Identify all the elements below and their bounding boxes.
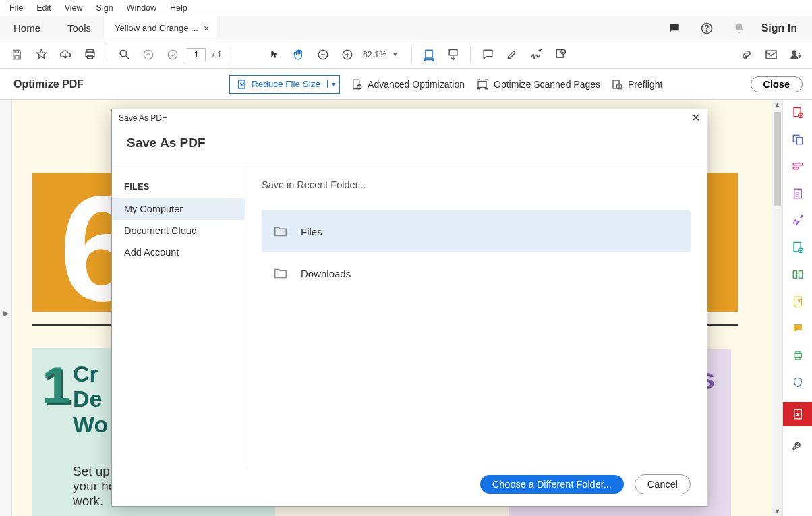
hand-icon[interactable] (289, 45, 309, 65)
folder-row-downloads[interactable]: Downloads (262, 252, 691, 294)
preflight-label: Preflight (628, 79, 662, 90)
rail-combine-icon[interactable] (790, 132, 805, 147)
svg-rect-36 (796, 351, 800, 353)
bell-icon[interactable] (729, 18, 749, 38)
preflight-button[interactable]: Preflight (611, 78, 662, 90)
doc-number-one: 1 (42, 355, 71, 416)
advanced-optimization-button[interactable]: Advanced Optimization (351, 78, 465, 90)
rail-redact-icon[interactable] (790, 294, 805, 309)
dialog-main: Save in Recent Folder... Files Downloads (245, 163, 707, 467)
rail-export-icon[interactable] (790, 186, 805, 201)
sidebar-item-add-account[interactable]: Add Account (112, 241, 245, 263)
tab-tools[interactable]: Tools (54, 16, 105, 40)
svg-rect-14 (766, 51, 776, 59)
reduce-icon (237, 79, 248, 90)
sidebar-item-document-cloud[interactable]: Document Cloud (112, 220, 245, 241)
mail-icon[interactable] (761, 45, 781, 65)
menu-sign[interactable]: Sign (90, 2, 120, 14)
separator (107, 47, 107, 63)
folder-icon (272, 266, 289, 281)
svg-rect-27 (793, 163, 803, 165)
scroll-thumb[interactable] (774, 112, 781, 206)
chat-icon[interactable] (664, 18, 685, 38)
main-toolbar: / 1 62.1% ▼ (0, 40, 812, 69)
reduce-file-size-button[interactable]: Reduce File Size ▾ (229, 75, 340, 94)
separator (411, 47, 412, 63)
link-icon[interactable] (736, 45, 757, 65)
sidebar-files-heading: FILES (112, 182, 245, 198)
optimize-scanned-button[interactable]: Optimize Scanned Pages (475, 78, 600, 90)
svg-rect-10 (426, 50, 432, 58)
svg-point-5 (120, 50, 127, 57)
separator (229, 47, 229, 63)
cancel-button[interactable]: Cancel (635, 474, 691, 494)
scroll-down-icon[interactable]: ▼ (772, 508, 782, 515)
save-as-pdf-dialog: Save As PDF ✕ Save As PDF FILES My Compu… (111, 109, 707, 507)
highlight-icon[interactable] (502, 45, 522, 65)
folder-row-files[interactable]: Files (262, 210, 691, 252)
sidebar-item-my-computer[interactable]: My Computer (112, 198, 245, 220)
tab-document[interactable]: Yellow and Orange ... × (105, 16, 216, 40)
close-panel-button[interactable]: Close (751, 76, 803, 92)
fit-width-icon[interactable] (419, 45, 439, 65)
zoom-value[interactable]: 62.1% (363, 50, 386, 59)
menu-help[interactable]: Help (163, 2, 194, 14)
page-number-input[interactable] (187, 48, 206, 61)
page-up-icon[interactable] (138, 45, 158, 65)
rail-more-tools-icon[interactable] (790, 438, 805, 453)
help-icon[interactable] (697, 18, 717, 38)
tabs-bar: Home Tools Yellow and Orange ... × Sign … (0, 16, 812, 40)
left-panel-toggle[interactable]: ▶ (0, 100, 12, 516)
print-icon[interactable] (80, 45, 100, 65)
rail-optimize-active-icon[interactable] (783, 402, 813, 426)
tab-close-icon[interactable]: × (204, 23, 209, 34)
menu-bar: File Edit View Sign Window Help (0, 0, 812, 16)
sign-icon[interactable] (526, 45, 546, 65)
menu-edit[interactable]: Edit (30, 2, 58, 14)
svg-point-6 (144, 50, 153, 59)
rail-create-pdf-icon[interactable] (790, 105, 805, 120)
vertical-scrollbar[interactable]: ▲ ▼ (772, 100, 782, 516)
cloud-share-icon[interactable] (55, 45, 76, 65)
dialog-heading: Save As PDF (112, 126, 707, 163)
sign-in-button[interactable]: Sign In (761, 22, 797, 34)
menu-view[interactable]: View (58, 2, 90, 14)
star-icon[interactable] (31, 45, 51, 65)
pointer-icon[interactable] (264, 45, 285, 65)
choose-different-folder-button[interactable]: Choose a Different Folder... (480, 475, 624, 494)
doc-title-line1: Cr (73, 361, 98, 386)
advanced-label: Advanced Optimization (368, 79, 465, 90)
rail-organize-icon[interactable] (790, 240, 805, 255)
stamp-icon[interactable] (550, 45, 571, 65)
rail-compare-icon[interactable] (790, 267, 805, 282)
dialog-titlebar: Save As PDF ✕ (112, 109, 707, 126)
tab-document-label: Yellow and Orange ... (115, 23, 198, 33)
rail-sign-pen-icon[interactable] (790, 213, 805, 228)
dialog-sidebar: FILES My Computer Document Cloud Add Acc… (112, 163, 245, 467)
zoom-out-icon[interactable] (313, 45, 333, 65)
reduce-dropdown-icon[interactable]: ▾ (327, 80, 339, 88)
rail-print-prod-icon[interactable] (790, 348, 805, 363)
page-down-icon[interactable] (163, 45, 183, 65)
svg-rect-18 (353, 80, 359, 89)
zoom-dropdown-icon[interactable]: ▼ (392, 51, 398, 58)
menu-file[interactable]: File (3, 2, 30, 14)
dialog-close-icon[interactable]: ✕ (691, 111, 700, 124)
separator (470, 47, 471, 63)
optimize-pdf-title: Optimize PDF (9, 78, 84, 90)
search-icon[interactable] (114, 45, 134, 65)
fit-page-icon[interactable] (443, 45, 463, 65)
menu-window[interactable]: Window (120, 2, 163, 14)
comment-icon[interactable] (477, 45, 498, 65)
doc-title-line2: De (73, 386, 102, 411)
user-share-icon[interactable] (785, 45, 805, 65)
rail-protect-icon[interactable] (790, 375, 805, 390)
save-icon[interactable] (7, 45, 27, 65)
scroll-up-icon[interactable]: ▲ (772, 101, 782, 108)
document-gear-icon (351, 78, 363, 90)
rail-edit-icon[interactable] (790, 159, 805, 174)
zoom-in-icon[interactable] (337, 45, 357, 65)
tab-home[interactable]: Home (0, 16, 54, 40)
rail-comment-tool-icon[interactable] (790, 321, 805, 336)
svg-point-1 (706, 30, 707, 31)
